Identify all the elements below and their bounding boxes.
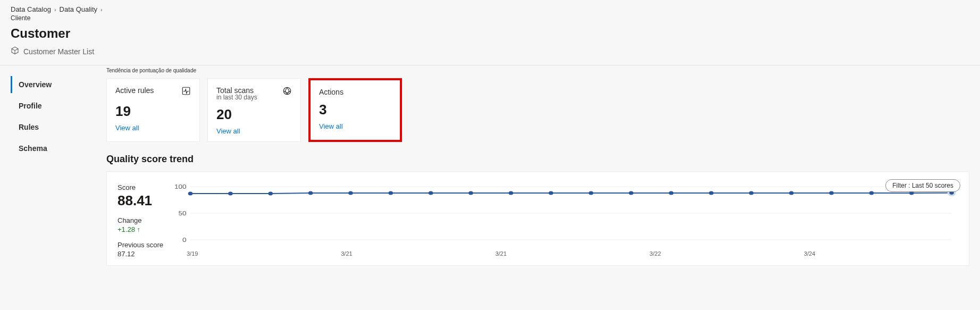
main: Overview Profile Rules Schema Tendência … — [0, 65, 980, 277]
cards-row: Active rules 19 View all Total scans in … — [106, 78, 969, 142]
tab-rules[interactable]: Rules — [11, 119, 106, 136]
svg-point-25 — [869, 191, 874, 195]
breadcrumb-item[interactable]: Data Quality — [60, 5, 98, 13]
card-value: 19 — [115, 103, 191, 120]
svg-point-14 — [429, 191, 433, 195]
page-title: Customer — [11, 26, 969, 41]
view-all-link[interactable]: View all — [115, 124, 191, 132]
svg-point-16 — [508, 191, 513, 195]
svg-text:50: 50 — [179, 210, 187, 216]
svg-point-11 — [308, 191, 313, 195]
header-area: Data Catalog › Data Quality › Cliente Cu… — [0, 0, 980, 65]
x-tick-label: 3/19 — [187, 250, 341, 257]
card-value: 20 — [216, 106, 292, 123]
card-total-scans: Total scans in last 30 days 20 View all — [207, 78, 301, 142]
page-subtitle-row: Customer Master List — [11, 46, 969, 56]
chart-wrap: Filter : Last 50 scores 100500 3/193/213… — [171, 181, 958, 258]
card-value: 3 — [319, 102, 391, 118]
trend-chart: 100500 — [171, 181, 958, 250]
change-value: +1.28 ↑ — [118, 225, 165, 233]
prev-score-label: Previous score — [118, 241, 165, 249]
svg-point-12 — [348, 191, 353, 195]
score-value: 88.41 — [118, 192, 165, 209]
heartbeat-icon — [181, 86, 191, 98]
x-tick-label: 3/22 — [650, 250, 804, 257]
change-label: Change — [118, 216, 165, 224]
tab-profile[interactable]: Profile — [11, 97, 106, 114]
svg-text:100: 100 — [174, 183, 187, 190]
prev-score-value: 87.12 — [118, 250, 165, 258]
tab-overview[interactable]: Overview — [11, 76, 106, 93]
svg-point-19 — [629, 191, 634, 195]
score-label: Score — [118, 183, 165, 191]
breadcrumb-current: Cliente — [11, 14, 969, 22]
chevron-right-icon: › — [54, 6, 56, 13]
trend-stats: Score 88.41 Change +1.28 ↑ Previous scor… — [118, 181, 165, 258]
svg-point-18 — [589, 191, 593, 195]
card-active-rules: Active rules 19 View all — [106, 78, 200, 142]
svg-point-10 — [268, 192, 273, 196]
x-tick-label: 3/24 — [804, 250, 958, 257]
svg-point-15 — [468, 191, 473, 195]
aperture-icon — [282, 86, 292, 98]
svg-point-17 — [549, 191, 554, 195]
card-actions: Actions 3 View all — [308, 78, 402, 142]
chevron-right-icon: › — [100, 6, 103, 13]
sidebar: Overview Profile Rules Schema — [0, 65, 106, 277]
cube-icon — [11, 46, 19, 56]
breadcrumb-item[interactable]: Data Catalog — [11, 5, 51, 13]
card-subtitle: in last 30 days — [216, 94, 257, 101]
x-axis-labels: 3/193/213/213/223/24 — [187, 250, 958, 257]
svg-point-22 — [749, 191, 754, 195]
svg-point-24 — [829, 191, 834, 195]
view-all-link[interactable]: View all — [319, 122, 391, 130]
trend-title: Quality score trend — [106, 154, 969, 165]
x-tick-label: 3/21 — [341, 250, 495, 257]
svg-point-9 — [228, 192, 233, 196]
svg-point-21 — [709, 191, 714, 195]
page-subtitle: Customer Master List — [23, 47, 94, 56]
trend-panel: Score 88.41 Change +1.28 ↑ Previous scor… — [106, 171, 969, 266]
annotation-text: Tendência de pontuação de qualidade — [106, 68, 196, 73]
svg-point-13 — [388, 191, 393, 195]
card-title: Active rules — [115, 86, 154, 95]
x-tick-label: 3/21 — [495, 250, 649, 257]
svg-point-23 — [789, 191, 794, 195]
svg-text:0: 0 — [182, 237, 187, 243]
breadcrumb: Data Catalog › Data Quality › — [11, 5, 969, 13]
filter-button[interactable]: Filter : Last 50 scores — [885, 179, 960, 192]
view-all-link[interactable]: View all — [216, 127, 292, 135]
content: Tendência de pontuação de qualidade Acti… — [106, 65, 980, 277]
tab-schema[interactable]: Schema — [11, 140, 106, 157]
svg-point-8 — [188, 192, 193, 196]
svg-point-1 — [283, 87, 291, 95]
card-title: Actions — [319, 88, 344, 96]
svg-point-20 — [669, 191, 674, 195]
